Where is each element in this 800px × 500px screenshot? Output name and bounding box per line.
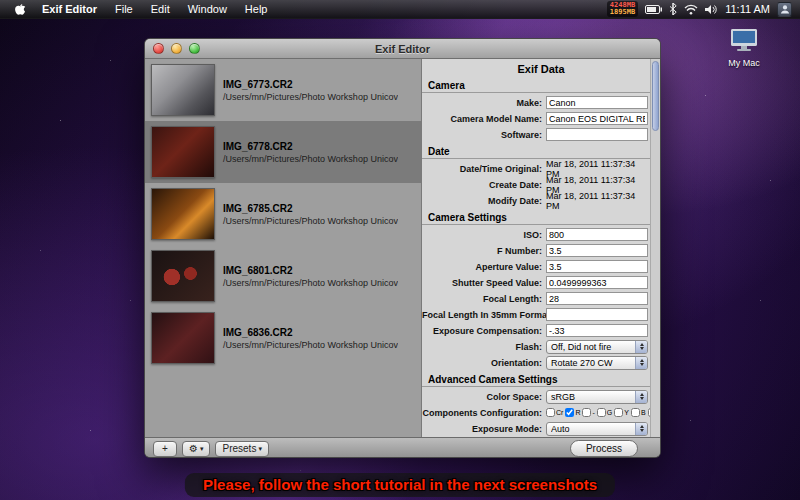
component-checkbox-g[interactable]: G bbox=[597, 408, 612, 417]
menu-clock[interactable]: 11:11 AM bbox=[725, 3, 770, 15]
file-path: /Users/mn/Pictures/Photo Workshop Unicov bbox=[223, 340, 398, 350]
focal-length-input[interactable] bbox=[546, 292, 648, 305]
file-name: IMG_6801.CR2 bbox=[223, 265, 398, 276]
file-name: IMG_6778.CR2 bbox=[223, 141, 398, 152]
checkbox[interactable] bbox=[565, 408, 574, 417]
field-label: Focal Length In 35mm Format: bbox=[422, 310, 546, 320]
menu-help[interactable]: Help bbox=[237, 0, 276, 19]
section-camera: Camera Make: Camera Model Name: Software… bbox=[422, 77, 660, 142]
aperture-value-input[interactable] bbox=[546, 260, 648, 273]
camera-model-input[interactable] bbox=[546, 112, 648, 125]
apple-menu-icon[interactable] bbox=[8, 2, 32, 16]
file-thumbnail bbox=[151, 250, 215, 302]
section-title: Camera Settings bbox=[422, 209, 660, 224]
shutter-speed-input[interactable] bbox=[546, 276, 648, 289]
checkbox[interactable] bbox=[597, 408, 606, 417]
popup-arrows-icon bbox=[635, 357, 647, 369]
minimize-button[interactable] bbox=[171, 43, 182, 54]
menu-window[interactable]: Window bbox=[180, 0, 235, 19]
make-input[interactable] bbox=[546, 96, 648, 109]
field-label: Flash: bbox=[422, 342, 546, 352]
exposure-mode-value: Auto bbox=[551, 424, 635, 434]
component-checkbox-y[interactable]: Y bbox=[614, 408, 629, 417]
file-thumbnail bbox=[151, 64, 215, 116]
memory-meter[interactable]: 4248MB 1895MB bbox=[607, 1, 638, 17]
checkbox-label: Y bbox=[624, 409, 629, 416]
flash-select[interactable]: Off, Did not fire bbox=[546, 340, 648, 354]
memory-free: 1895MB bbox=[610, 9, 635, 16]
field-label: Make: bbox=[422, 98, 546, 108]
file-path: /Users/mn/Pictures/Photo Workshop Unicov bbox=[223, 278, 398, 288]
presets-button[interactable]: Presets ▾ bbox=[215, 441, 268, 457]
section-date: Date Date/Time Original: Mar 18, 2011 11… bbox=[422, 143, 660, 208]
popup-arrows-icon bbox=[635, 391, 647, 403]
checkbox[interactable] bbox=[546, 408, 555, 417]
software-input[interactable] bbox=[546, 128, 648, 141]
focal-length-35mm-input[interactable] bbox=[546, 308, 648, 321]
close-button[interactable] bbox=[153, 43, 164, 54]
color-space-value: sRGB bbox=[551, 392, 635, 402]
window-toolbar: + ⚙ ▾ Presets ▾ Process bbox=[145, 437, 660, 458]
window-controls bbox=[153, 43, 200, 54]
process-button[interactable]: Process bbox=[570, 440, 638, 457]
scrollbar[interactable] bbox=[650, 59, 660, 437]
battery-icon[interactable] bbox=[645, 5, 662, 14]
file-list-item[interactable]: IMG_6773.CR2 /Users/mn/Pictures/Photo Wo… bbox=[145, 59, 421, 121]
file-list-item[interactable]: IMG_6836.CR2 /Users/mn/Pictures/Photo Wo… bbox=[145, 307, 421, 369]
file-name: IMG_6773.CR2 bbox=[223, 79, 398, 90]
checkbox[interactable] bbox=[582, 408, 591, 417]
exif-editor-window: Exif Editor IMG_6773.CR2 /Users/mn/Pictu… bbox=[144, 38, 661, 458]
checkbox[interactable] bbox=[631, 408, 640, 417]
field-label: Modify Date: bbox=[422, 196, 546, 206]
file-list-item[interactable]: IMG_6785.CR2 /Users/mn/Pictures/Photo Wo… bbox=[145, 183, 421, 245]
checkbox-label: R bbox=[575, 409, 580, 416]
field-label: Orientation: bbox=[422, 358, 546, 368]
popup-arrows-icon bbox=[635, 341, 647, 353]
menu-app-name[interactable]: Exif Editor bbox=[34, 0, 105, 19]
component-checkbox-cr[interactable]: Cr bbox=[546, 408, 563, 417]
field-label: F Number: bbox=[422, 246, 546, 256]
menu-edit[interactable]: Edit bbox=[143, 0, 178, 19]
flash-value: Off, Did not fire bbox=[551, 342, 635, 352]
component-checkbox-r[interactable]: R bbox=[565, 408, 580, 417]
field-label: Shutter Speed Value: bbox=[422, 278, 546, 288]
section-title: Date bbox=[422, 143, 660, 158]
component-checkbox-dash[interactable]: - bbox=[582, 408, 594, 417]
wifi-icon[interactable] bbox=[684, 4, 698, 15]
file-name: IMG_6836.CR2 bbox=[223, 327, 398, 338]
component-checkbox-b[interactable]: B bbox=[631, 408, 646, 417]
field-label: Software: bbox=[422, 130, 546, 140]
exposure-mode-select[interactable]: Auto bbox=[546, 422, 648, 436]
file-list-item[interactable]: IMG_6801.CR2 /Users/mn/Pictures/Photo Wo… bbox=[145, 245, 421, 307]
scrollbar-thumb[interactable] bbox=[652, 61, 659, 131]
file-thumbnail bbox=[151, 188, 215, 240]
exposure-compensation-input[interactable] bbox=[546, 324, 648, 337]
color-space-select[interactable]: sRGB bbox=[546, 390, 648, 404]
volume-icon[interactable] bbox=[705, 4, 718, 15]
file-name: IMG_6785.CR2 bbox=[223, 203, 398, 214]
f-number-input[interactable] bbox=[546, 244, 648, 257]
window-titlebar[interactable]: Exif Editor bbox=[145, 39, 660, 59]
user-menu-icon[interactable] bbox=[777, 2, 792, 17]
action-menu-button[interactable]: ⚙ ▾ bbox=[182, 441, 210, 457]
desktop: Exif Editor File Edit Window Help 4248MB… bbox=[0, 0, 800, 500]
menu-file[interactable]: File bbox=[107, 0, 141, 19]
checkbox[interactable] bbox=[614, 408, 623, 417]
orientation-select[interactable]: Rotate 270 CW bbox=[546, 356, 648, 370]
section-title: Advanced Camera Settings bbox=[422, 371, 660, 386]
bluetooth-icon[interactable] bbox=[669, 3, 677, 15]
tutorial-banner-text: Please, follow the short tutorial in the… bbox=[203, 476, 597, 493]
field-label: Date/Time Original: bbox=[422, 164, 546, 174]
desktop-icon-my-mac[interactable]: My Mac bbox=[718, 28, 770, 68]
chevron-down-icon: ▾ bbox=[258, 445, 262, 452]
section-title: Camera bbox=[422, 77, 660, 92]
iso-input[interactable] bbox=[546, 228, 648, 241]
add-file-button[interactable]: + bbox=[153, 441, 177, 457]
exif-panel: Exif Data Camera Make: Camera Model Name… bbox=[421, 59, 660, 437]
field-label: Focal Length: bbox=[422, 294, 546, 304]
menu-bar: Exif Editor File Edit Window Help 4248MB… bbox=[0, 0, 800, 19]
zoom-button[interactable] bbox=[189, 43, 200, 54]
computer-icon bbox=[729, 28, 759, 52]
file-list-item-selected[interactable]: IMG_6778.CR2 /Users/mn/Pictures/Photo Wo… bbox=[145, 121, 421, 183]
field-label: Exposure Compensation: bbox=[422, 326, 546, 336]
